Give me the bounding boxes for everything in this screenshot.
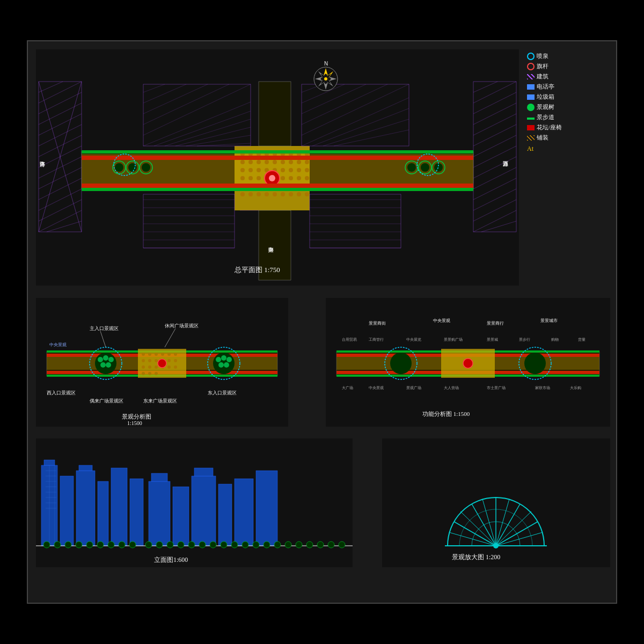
svg-point-147: [142, 163, 150, 172]
svg-point-49: [257, 160, 261, 164]
svg-point-73: [305, 176, 309, 180]
svg-text:景观广场: 景观广场: [406, 386, 421, 390]
svg-point-162: [324, 77, 327, 80]
svg-point-287: [76, 541, 82, 548]
svg-point-52: [281, 160, 285, 164]
svg-point-196: [148, 365, 151, 369]
svg-point-308: [306, 541, 313, 548]
svg-text:景景商行: 景景商行: [487, 321, 504, 326]
svg-point-64: [305, 168, 309, 172]
svg-text:立面图1:600: 立面图1:600: [154, 556, 188, 564]
svg-rect-261: [79, 465, 92, 471]
svg-text:景步行: 景步行: [519, 338, 530, 342]
svg-point-200: [174, 365, 177, 369]
svg-point-201: [142, 372, 145, 375]
legend-building: 建筑: [527, 72, 608, 80]
svg-point-55: [305, 160, 309, 164]
svg-point-53: [289, 160, 293, 164]
svg-point-301: [231, 541, 238, 548]
svg-point-88: [281, 192, 285, 196]
svg-rect-282: [256, 471, 277, 546]
svg-point-209: [226, 357, 232, 362]
svg-point-289: [97, 541, 104, 548]
svg-point-179: [108, 357, 114, 362]
svg-rect-276: [151, 473, 167, 481]
legend-trash: 垃圾箱: [527, 93, 608, 101]
svg-text:中央景观: 中央景观: [369, 386, 384, 390]
svg-rect-275: [149, 481, 170, 546]
svg-point-85: [257, 192, 261, 196]
svg-point-309: [317, 541, 324, 548]
svg-point-202: [148, 372, 151, 375]
svg-text:市士景广场: 市士景广场: [487, 386, 506, 390]
svg-point-66: [248, 176, 253, 180]
svg-point-193: [167, 359, 171, 362]
svg-point-197: [155, 365, 158, 369]
svg-point-72: [297, 176, 301, 180]
legend-flagpole: 旗杆: [527, 62, 608, 70]
svg-text:工商管行: 工商管行: [369, 338, 384, 342]
svg-point-305: [274, 541, 281, 548]
svg-point-50: [265, 160, 269, 164]
svg-point-148: [407, 163, 416, 172]
svg-point-233: [463, 358, 473, 368]
svg-point-300: [221, 541, 227, 548]
svg-point-194: [174, 359, 177, 362]
svg-point-307: [296, 541, 302, 548]
svg-text:主入口景观区: 主入口景观区: [90, 326, 119, 331]
svg-point-177: [98, 357, 103, 362]
svg-point-295: [167, 541, 173, 548]
svg-point-235: [524, 353, 546, 374]
svg-text:景景城市: 景景城市: [540, 318, 558, 323]
svg-text:大乐购: 大乐购: [570, 386, 581, 390]
plan-view-svg: N 体育路 万源路 中兴路 总平面图 1:750: [36, 49, 519, 286]
svg-point-57: [248, 168, 253, 172]
svg-point-84: [248, 192, 253, 196]
svg-text:中央展览: 中央展览: [406, 338, 421, 342]
svg-text:景景商街: 景景商街: [369, 321, 386, 326]
svg-point-191: [155, 359, 158, 362]
legend-phone: 电话亭: [527, 83, 608, 91]
svg-point-184: [148, 353, 151, 356]
svg-rect-280: [218, 484, 232, 546]
svg-rect-95: [82, 184, 473, 188]
svg-point-70: [281, 176, 285, 180]
at-label: At: [527, 145, 608, 153]
svg-rect-258: [44, 460, 55, 465]
svg-text:1:1500: 1:1500: [127, 420, 142, 426]
svg-point-48: [248, 160, 253, 164]
svg-text:东来广场景观区: 东来广场景观区: [143, 398, 177, 404]
svg-rect-259: [60, 476, 74, 546]
svg-text:总平面图 1:750: 总平面图 1:750: [234, 266, 280, 274]
svg-point-298: [199, 541, 206, 548]
svg-text:景景购广场: 景景购广场: [444, 338, 463, 342]
legend-flowerbed: 花坛/座椅: [527, 123, 608, 131]
svg-point-288: [86, 541, 93, 548]
svg-point-302: [242, 541, 248, 548]
svg-point-61: [281, 168, 285, 172]
svg-text:大人营场: 大人营场: [444, 386, 459, 390]
svg-point-294: [156, 541, 163, 548]
landscape-analysis-svg: 主入口景观区 休闲广场景观区 西入口景观区 偶来广场景观区 东入口景观区 东来广…: [36, 298, 288, 427]
svg-point-211: [224, 362, 229, 368]
svg-text:东入口景观区: 东入口景观区: [208, 390, 237, 396]
drawing-board: N 体育路 万源路 中兴路 总平面图 1:750 喷泉 旗杆 建筑: [28, 41, 616, 603]
svg-point-299: [210, 541, 216, 548]
svg-rect-278: [192, 476, 216, 546]
svg-point-293: [145, 541, 152, 548]
svg-point-189: [142, 359, 145, 362]
svg-point-51: [273, 160, 277, 164]
svg-rect-262: [98, 481, 108, 546]
svg-point-231: [390, 353, 412, 374]
svg-text:大广场: 大广场: [342, 386, 353, 390]
svg-point-58: [257, 168, 261, 172]
svg-point-54: [297, 160, 301, 164]
svg-point-63: [297, 168, 301, 172]
svg-point-67: [257, 176, 261, 180]
svg-rect-264: [130, 479, 143, 546]
svg-point-181: [106, 362, 111, 368]
svg-text:N: N: [324, 61, 328, 67]
svg-text:偶来广场景观区: 偶来广场景观区: [90, 398, 123, 404]
svg-rect-260: [76, 471, 95, 546]
svg-point-62: [289, 168, 293, 172]
